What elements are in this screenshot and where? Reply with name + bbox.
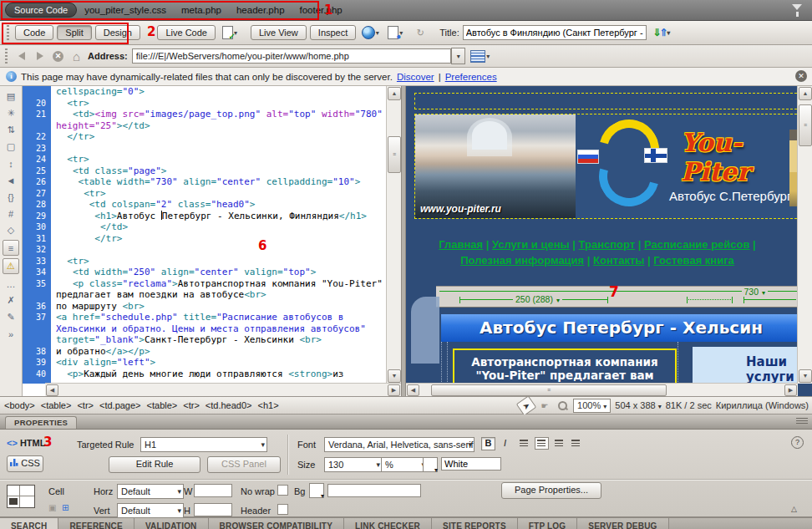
code-vertical-scrollbar[interactable]: ▲ ≡ ▼ bbox=[386, 86, 401, 384]
bg-color-field[interactable] bbox=[327, 484, 421, 497]
tag-selector-item[interactable]: <tr> bbox=[77, 400, 94, 410]
results-tab-link-checker[interactable]: LINK CHECKER bbox=[344, 518, 432, 529]
remove-comment-icon[interactable]: ✗ bbox=[3, 293, 18, 308]
scroll-left-icon[interactable]: ◀ bbox=[46, 384, 58, 396]
file-management-icon[interactable]: ⇓⇑▾ bbox=[650, 24, 672, 42]
text-color-field[interactable] bbox=[441, 457, 501, 471]
scroll-down-icon[interactable]: ▼ bbox=[799, 369, 812, 383]
code-view-button[interactable]: Code bbox=[15, 25, 53, 40]
nav-link[interactable]: Контакты bbox=[593, 254, 644, 267]
related-file-tab[interactable]: you_piter_style.css bbox=[77, 3, 174, 17]
select-tool-icon[interactable]: ➤ bbox=[516, 395, 536, 415]
live-view-button[interactable]: Live View bbox=[251, 25, 307, 40]
scroll-right-icon[interactable]: ▶ bbox=[388, 384, 400, 396]
column-width-label[interactable]: 250 (288) ▾ bbox=[513, 294, 562, 304]
scroll-up-icon[interactable]: ▲ bbox=[388, 87, 401, 100]
code-line[interactable]: 31 </tr> bbox=[23, 233, 387, 245]
code-line[interactable]: 29 <h1>Автобус Петербург - Хельсинки, Фи… bbox=[23, 211, 387, 222]
nowrap-checkbox[interactable] bbox=[277, 485, 288, 496]
code-line[interactable]: 38и обратно</a></p> bbox=[23, 346, 387, 358]
results-tab-search[interactable]: SEARCH bbox=[0, 518, 58, 529]
results-tab-browser-compatibility[interactable]: BROWSER COMPATIBILITY bbox=[209, 518, 345, 529]
align-right-icon[interactable] bbox=[553, 438, 566, 449]
edit-rule-button[interactable]: Edit Rule bbox=[109, 456, 200, 473]
code-line[interactable]: 26 <table width="730" align="center" cel… bbox=[23, 176, 387, 188]
css-panel-button[interactable]: CSS Panel bbox=[207, 456, 281, 473]
code-editor[interactable]: cellspacing="0">20 <tr>21 <td><img src="… bbox=[23, 86, 401, 396]
address-input[interactable] bbox=[132, 48, 451, 64]
related-file-tab[interactable]: footer.php bbox=[292, 3, 350, 17]
related-file-tab[interactable]: meta.php bbox=[174, 3, 229, 17]
align-left-icon[interactable] bbox=[518, 438, 530, 449]
back-icon[interactable] bbox=[14, 49, 28, 64]
source-code-tab[interactable]: Source Code bbox=[5, 3, 77, 18]
filter-icon[interactable] bbox=[792, 4, 802, 10]
results-tab-ftp-log[interactable]: FTP LOG bbox=[518, 518, 578, 529]
magnification-select[interactable]: 100% ▾ bbox=[573, 399, 611, 413]
line-numbers-icon[interactable]: # bbox=[3, 206, 18, 221]
horz-select[interactable]: Default bbox=[117, 484, 184, 499]
code-line[interactable]: 20 <tr> bbox=[23, 98, 387, 109]
hand-tool-icon[interactable]: ☛ bbox=[538, 399, 551, 412]
code-line[interactable]: 27 <tr> bbox=[23, 188, 387, 200]
bg-color-swatch[interactable] bbox=[309, 483, 324, 498]
bold-button[interactable]: B bbox=[481, 437, 495, 450]
tag-selector-item[interactable]: <td.head0> bbox=[206, 400, 252, 410]
code-lines[interactable]: cellspacing="0">20 <tr>21 <td><img src="… bbox=[23, 86, 387, 384]
results-tab-server-debug[interactable]: SERVER DEBUG bbox=[577, 518, 668, 529]
related-file-tab[interactable]: header.php bbox=[229, 3, 292, 17]
code-line[interactable]: 23 bbox=[23, 143, 387, 155]
select-parent-tag-icon[interactable]: ◄ bbox=[3, 173, 18, 187]
tag-selector-item[interactable]: <tr> bbox=[183, 400, 200, 410]
inspect-button[interactable]: Inspect bbox=[310, 25, 356, 40]
nav-link[interactable]: Полезная информация bbox=[460, 254, 584, 267]
code-line[interactable]: 39<div align="left"> bbox=[23, 357, 387, 369]
code-line[interactable]: 33 <tr> bbox=[23, 256, 387, 267]
addressbar-grip[interactable] bbox=[5, 48, 8, 64]
code-line[interactable]: 30 </td> bbox=[23, 221, 387, 233]
align-center-icon[interactable] bbox=[535, 437, 549, 450]
tag-selector-item[interactable]: <body> bbox=[4, 400, 35, 410]
css-mode-button[interactable]: CSS bbox=[7, 455, 43, 472]
tag-selector-item[interactable]: <td.page> bbox=[99, 400, 141, 410]
home-icon[interactable]: ⌂ bbox=[69, 49, 84, 64]
toolbar-grip[interactable] bbox=[7, 25, 9, 40]
apply-comment-icon[interactable]: … bbox=[3, 277, 18, 291]
help-icon[interactable]: ? bbox=[791, 436, 804, 449]
code-horizontal-scrollbar[interactable]: ◀ ▶ bbox=[45, 383, 401, 396]
validate-markup-icon[interactable]: ●▾ bbox=[384, 24, 406, 42]
panel-collapse-icon[interactable]: △ bbox=[791, 505, 797, 513]
design-scroll-thumb[interactable]: ≡ bbox=[799, 104, 812, 146]
page-heading[interactable]: Автобус Петербург - Хельсин bbox=[441, 314, 798, 342]
balance-braces-icon[interactable]: {} bbox=[3, 190, 18, 204]
highlight-invalid-code-icon[interactable]: ◇ bbox=[3, 223, 18, 237]
design-canvas[interactable]: www.you-piter.ru You-Piter Автобус С.Пет… bbox=[406, 86, 798, 384]
results-tab-validation[interactable]: VALIDATION bbox=[134, 518, 209, 529]
code-line[interactable]: 34 <td width="250" align="center" valign… bbox=[23, 267, 387, 278]
results-tab-reference[interactable]: REFERENCE bbox=[58, 518, 134, 529]
view-options-icon[interactable]: ▾ bbox=[469, 48, 491, 65]
discover-link[interactable]: Discover bbox=[397, 72, 434, 82]
html-mode-button[interactable]: <> HTML bbox=[7, 438, 45, 448]
code-line[interactable]: 25 <td class="page"> bbox=[23, 165, 387, 177]
code-line[interactable]: 28 <td colspan="2" class="head0"> bbox=[23, 199, 387, 211]
window-size-select[interactable]: 504 x 388 ▾ bbox=[615, 400, 661, 410]
forward-icon[interactable] bbox=[33, 49, 47, 64]
table-width-label[interactable]: 730 ▾ bbox=[742, 287, 768, 297]
design-vertical-scrollbar[interactable]: ▲ ≡ ▼ bbox=[797, 86, 812, 384]
scroll-left-icon[interactable]: ◀ bbox=[407, 384, 419, 396]
expand-all-icon[interactable]: ↕ bbox=[3, 156, 18, 170]
close-infobar-icon[interactable]: ✕ bbox=[795, 70, 807, 82]
live-code-button[interactable]: Live Code bbox=[157, 25, 216, 40]
open-documents-icon[interactable]: ▤ bbox=[3, 89, 18, 104]
code-line[interactable]: cellspacing="0"> bbox=[23, 86, 387, 98]
nav-link[interactable]: Гостевая книга bbox=[653, 254, 734, 267]
results-tab-site-reports[interactable]: SITE REPORTS bbox=[432, 518, 518, 529]
code-line[interactable]: 37<a href="schedule.php" title="Расписан… bbox=[23, 312, 387, 346]
tag-selector-item[interactable]: <h1> bbox=[258, 400, 279, 410]
italic-button[interactable]: I bbox=[498, 437, 512, 450]
code-line[interactable]: 32 bbox=[23, 244, 387, 256]
scroll-up-icon[interactable]: ▲ bbox=[799, 87, 812, 100]
scroll-down-icon[interactable]: ▼ bbox=[388, 369, 401, 383]
code-line[interactable]: 36по маршруту <br> bbox=[23, 301, 387, 313]
